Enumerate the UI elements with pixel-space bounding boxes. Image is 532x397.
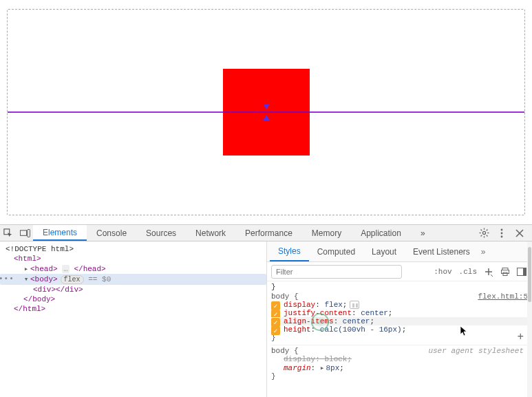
toggle-cls-button[interactable]: .cls (458, 268, 478, 276)
tree-body-selected[interactable]: ••• ▾<body>flex == $0 (0, 274, 266, 285)
svg-line-8 (480, 230, 482, 231)
tab-application[interactable]: Application (351, 225, 411, 241)
flex-badge[interactable]: flex (61, 275, 84, 284)
tree-body-close[interactable]: </body> (0, 294, 266, 304)
gear-icon (479, 228, 489, 238)
tree-expand-head-icon[interactable]: ▸ (23, 264, 29, 273)
main-tabs: Elements Console Sources Network Perform… (33, 225, 435, 241)
selection-dots-icon: ••• (0, 275, 14, 283)
svg-point-14 (501, 235, 503, 237)
tab-network[interactable]: Network (186, 225, 235, 241)
toggle-hov-button[interactable]: :hov (432, 268, 453, 276)
new-style-rule-button[interactable] (482, 266, 495, 278)
inspect-icon (3, 228, 13, 238)
svg-rect-2 (27, 229, 30, 237)
print-media-button[interactable] (499, 266, 511, 278)
rule-selector[interactable]: body (271, 292, 289, 301)
tab-more-chevron[interactable]: » (411, 225, 435, 241)
prop-checkbox[interactable]: ✓ (271, 326, 280, 335)
tree-collapsed-indicator: … (62, 265, 70, 273)
elements-subtabs: Styles Computed Layout Event Listeners » (267, 242, 532, 262)
kebab-icon (500, 228, 503, 238)
tree-html-open[interactable]: <html> (0, 254, 266, 264)
page-preview (7, 9, 525, 215)
tab-memory[interactable]: Memory (302, 225, 351, 241)
rule-body-ua: user agent stylesheet body { display: bl… (271, 347, 528, 380)
devtools-main-tabbar: Elements Console Sources Network Perform… (0, 224, 532, 242)
add-property-button[interactable]: + (517, 331, 524, 343)
tree-html-close[interactable]: </html> (0, 304, 266, 314)
subtab-layout[interactable]: Layout (363, 242, 405, 261)
flex-align-arrow-up-icon (263, 114, 270, 120)
lower-split: <!DOCTYPE html> <html> ▸<head> … </head>… (0, 242, 532, 397)
flex-editor-swatch-icon[interactable] (350, 301, 359, 309)
subtab-computed[interactable]: Computed (309, 242, 363, 261)
toggle-sidebar-button[interactable] (515, 266, 528, 278)
svg-point-3 (482, 231, 485, 234)
close-icon (515, 229, 524, 237)
source-link[interactable]: flex.html:5 (478, 292, 528, 301)
prop-height[interactable]: ✓height: calc(100vh - 16px); (271, 325, 528, 334)
subtab-styles[interactable]: Styles (270, 242, 309, 261)
tab-console[interactable]: Console (87, 225, 136, 241)
print-icon (500, 267, 510, 277)
svg-point-12 (501, 228, 503, 230)
scrollbar-thumb[interactable] (528, 247, 531, 302)
subtab-more-chevron[interactable]: » (478, 247, 489, 257)
kebab-menu-button[interactable] (493, 225, 510, 242)
styles-pane: Styles Computed Layout Event Listeners »… (267, 242, 532, 397)
tab-sources[interactable]: Sources (136, 225, 186, 241)
sidebar-icon (517, 268, 526, 276)
svg-line-9 (486, 235, 487, 237)
svg-line-10 (486, 230, 487, 231)
flex-align-arrow-down-icon (263, 104, 270, 111)
svg-line-11 (480, 235, 482, 237)
rule-body-author[interactable]: body { flex.html:5 ✓display: flex; ✓just… (271, 292, 528, 342)
prop-display[interactable]: ✓display: flex; (271, 301, 528, 309)
rule-selector: body (271, 347, 289, 355)
svg-point-13 (501, 232, 503, 234)
tab-elements[interactable]: Elements (33, 225, 87, 241)
inspect-element-button[interactable] (0, 225, 17, 242)
prop-justify-content[interactable]: ✓justify-content: center; (271, 309, 528, 317)
prop-align-items[interactable]: ✓align-items: center; (271, 317, 528, 325)
styles-filter-bar: :hov .cls (267, 262, 532, 281)
subtab-event-listeners[interactable]: Event Listeners (405, 242, 478, 261)
styles-rules: } body { flex.html:5 ✓display: flex; ✓ju… (267, 281, 532, 397)
prop-margin-ua: margin: ▸8px; (271, 363, 528, 372)
svg-rect-22 (503, 272, 507, 276)
svg-line-19 (491, 275, 493, 277)
svg-rect-24 (523, 268, 526, 275)
svg-rect-21 (502, 270, 509, 273)
plus-icon (484, 267, 493, 277)
prev-rule-close: } (271, 283, 528, 291)
shorthand-expand-icon[interactable]: ▸ (320, 364, 325, 372)
tree-div[interactable]: <div></div> (0, 285, 266, 294)
tree-expand-body-icon[interactable]: ▾ (23, 275, 29, 283)
selected-node-indicator: == $0 (88, 275, 111, 283)
tree-doctype[interactable]: <!DOCTYPE html> (0, 244, 266, 254)
flex-axis-overlay (8, 111, 524, 113)
prop-display-ua: display: block; (271, 355, 528, 363)
close-devtools-button[interactable] (511, 225, 528, 242)
tree-head[interactable]: ▸<head> … </head> (0, 264, 266, 274)
tab-performance[interactable]: Performance (235, 225, 302, 241)
dom-tree[interactable]: <!DOCTYPE html> <html> ▸<head> … </head>… (0, 242, 267, 397)
device-toolbar-button[interactable] (17, 225, 33, 242)
vertical-scrollbar[interactable] (527, 242, 532, 397)
svg-rect-1 (20, 230, 26, 235)
styles-filter-input[interactable] (271, 265, 402, 279)
settings-button[interactable] (476, 225, 492, 242)
user-agent-label: user agent stylesheet (428, 347, 524, 355)
device-icon (20, 228, 30, 238)
